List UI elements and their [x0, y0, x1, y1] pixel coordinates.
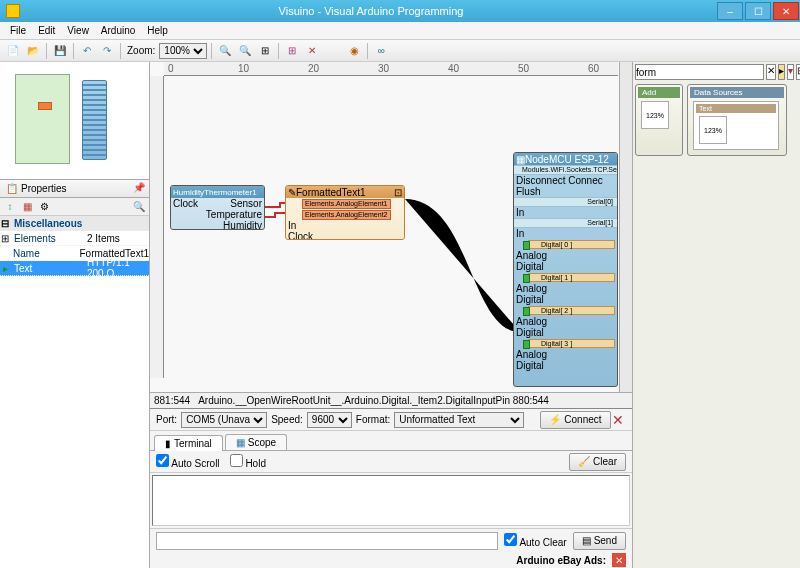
pin-sensor[interactable]: [264, 199, 265, 208]
send-input[interactable]: [156, 532, 498, 550]
prop-category[interactable]: ⊟ Miscellaneous: [0, 216, 149, 231]
properties-toolbar: ↕ ▦ ⚙ 🔍: [0, 198, 149, 216]
undo-button[interactable]: ↶: [78, 42, 96, 60]
palette-btn1[interactable]: ▸: [778, 64, 785, 80]
prop-search-button[interactable]: 🔍: [132, 200, 146, 214]
pin-in[interactable]: [285, 222, 286, 231]
node-title: ✎ FormattedText1⊡: [286, 186, 404, 198]
pin-analog0[interactable]: [513, 253, 514, 262]
zoomfit-button[interactable]: ⊞: [256, 42, 274, 60]
node-nodemcu[interactable]: ▦ NodeMCU ESP-12 Modules.WiFi.Sockets.TC…: [513, 152, 618, 387]
close-button[interactable]: ✕: [773, 2, 799, 20]
zoom-label: Zoom:: [127, 45, 155, 56]
toolbar: 📄 📂 💾 ↶ ↷ Zoom: 100% 🔍 🔍 ⊞ ⊞ ✕ ◉ ∞: [0, 40, 800, 62]
menu-file[interactable]: File: [4, 23, 32, 38]
element-row[interactable]: Elements.AnalogElement2: [302, 210, 391, 220]
pin-humidity[interactable]: [264, 221, 265, 230]
pin-out[interactable]: [404, 200, 405, 209]
menubar: File Edit View Arduino Help: [0, 22, 800, 40]
menu-help[interactable]: Help: [141, 23, 174, 38]
connect-button[interactable]: ⚡Connect: [540, 411, 610, 429]
menu-view[interactable]: View: [61, 23, 95, 38]
element-row[interactable]: Elements.AnalogElement1: [302, 199, 391, 209]
terminal-output[interactable]: [152, 475, 630, 526]
port-select[interactable]: COM5 (Unava: [181, 412, 267, 428]
palette-panel: ✕ ▸ ▾ ⊞ ▦ Add 123% Data Sources Text 123…: [632, 62, 800, 568]
upload-button[interactable]: ◉: [345, 42, 363, 60]
pin-digital3[interactable]: [513, 363, 514, 372]
palette-search-input[interactable]: [635, 64, 764, 80]
zoom-select[interactable]: 100%: [159, 43, 207, 59]
delete-button[interactable]: ✕: [303, 42, 321, 60]
speed-label: Speed:: [271, 414, 303, 425]
digital-sub[interactable]: Digital[ 1 ]: [528, 273, 615, 282]
pin-in2[interactable]: [285, 211, 286, 220]
pin-temperature[interactable]: [264, 210, 265, 219]
autoscroll-checkbox[interactable]: Auto Scroll: [156, 454, 220, 469]
node-formatted-text[interactable]: ✎ FormattedText1⊡ Elements.AnalogElement…: [285, 185, 405, 240]
palette-item-num[interactable]: 123%: [641, 101, 669, 129]
menu-edit[interactable]: Edit: [32, 23, 61, 38]
tab-scope[interactable]: ▦Scope: [225, 434, 287, 450]
close-ad-icon[interactable]: ✕: [612, 553, 626, 567]
digital-sub[interactable]: Digital[ 2 ]: [528, 306, 615, 315]
pin-disconnect[interactable]: [513, 176, 514, 185]
ruler-vertical: [150, 76, 164, 378]
pin-digital0[interactable]: [513, 264, 514, 273]
node-title: HumidityThermometer1: [171, 186, 264, 198]
prop-row-text[interactable]: ▸ Text HTTP/1.1 200 O: [0, 261, 149, 276]
search-clear-icon[interactable]: ✕: [766, 64, 776, 80]
pin-analog2[interactable]: [513, 319, 514, 328]
pin-flush[interactable]: [513, 187, 514, 196]
pin-clock[interactable]: [285, 233, 286, 240]
pin-digital1[interactable]: [513, 297, 514, 306]
pin-analog1[interactable]: [513, 286, 514, 295]
digital-sub[interactable]: Digital[ 0 ]: [528, 240, 615, 249]
digital-sub[interactable]: Digital[ 3 ]: [528, 339, 615, 348]
pin-icon[interactable]: 📌: [133, 182, 145, 194]
close-serial-icon[interactable]: ✕: [612, 412, 624, 428]
app-icon: [6, 4, 20, 18]
autoclear-checkbox[interactable]: Auto Clear: [504, 533, 566, 548]
canvas[interactable]: 0 10 20 30 40 50 60 HumidityThermometer1…: [150, 62, 632, 392]
send-button[interactable]: ▤Send: [573, 532, 626, 550]
window-title: Visuino - Visual Arduino Programming: [26, 5, 716, 17]
pin-serial1-in[interactable]: [513, 231, 514, 240]
new-button[interactable]: 📄: [4, 42, 22, 60]
clear-button[interactable]: 🧹Clear: [569, 453, 626, 471]
arduino-button[interactable]: ∞: [372, 42, 390, 60]
prop-row-elements[interactable]: ⊞ Elements 2 Items: [0, 231, 149, 246]
save-button[interactable]: 💾: [51, 42, 69, 60]
node-humidity-thermometer[interactable]: HumidityThermometer1 ClockSensor Tempera…: [170, 185, 265, 230]
menu-arduino[interactable]: Arduino: [95, 23, 141, 38]
palette-group-add: Add 123%: [635, 84, 683, 156]
properties-tree[interactable]: ⊟ Miscellaneous ⊞ Elements 2 Items Name …: [0, 216, 149, 568]
pin-clock[interactable]: [170, 199, 171, 208]
prop-filter-button[interactable]: ⚙: [37, 200, 51, 214]
expand-icon[interactable]: ⊞: [0, 233, 10, 244]
pin-in1[interactable]: [285, 200, 286, 209]
pin-analog3[interactable]: [513, 352, 514, 361]
prop-cat-button[interactable]: ▦: [20, 200, 34, 214]
palette-group-datasources: Data Sources Text 123%: [687, 84, 787, 156]
format-select[interactable]: Unformatted Text: [394, 412, 524, 428]
prop-sort-button[interactable]: ↕: [3, 200, 17, 214]
redo-button[interactable]: ↷: [98, 42, 116, 60]
zoomout-button[interactable]: 🔍: [236, 42, 254, 60]
minimize-button[interactable]: –: [717, 2, 743, 20]
collapse-icon[interactable]: ⊟: [0, 218, 10, 229]
overview-panel[interactable]: [0, 62, 149, 180]
grid-button[interactable]: ⊞: [283, 42, 301, 60]
palette-item-text[interactable]: 123%: [699, 116, 727, 144]
zoomin-button[interactable]: 🔍: [216, 42, 234, 60]
maximize-button[interactable]: ☐: [745, 2, 771, 20]
pin-digital2[interactable]: [513, 330, 514, 339]
hold-checkbox[interactable]: Hold: [230, 454, 266, 469]
open-button[interactable]: 📂: [24, 42, 42, 60]
tab-terminal[interactable]: ▮Terminal: [154, 435, 223, 451]
pin-serial0-in[interactable]: [513, 209, 514, 218]
node-title: ▦ NodeMCU ESP-12: [514, 153, 617, 165]
palette-btn3[interactable]: ⊞: [796, 64, 800, 80]
speed-select[interactable]: 9600: [307, 412, 352, 428]
palette-btn2[interactable]: ▾: [787, 64, 794, 80]
